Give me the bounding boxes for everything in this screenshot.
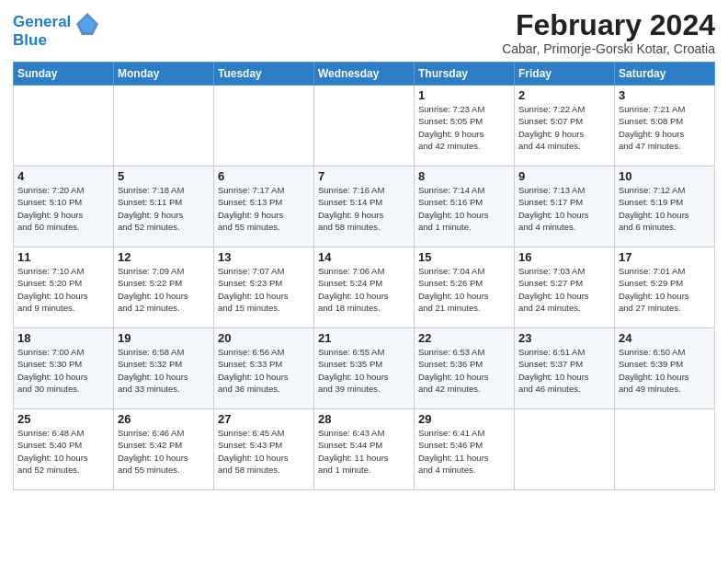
calendar-cell: 15Sunrise: 7:04 AM Sunset: 5:26 PM Dayli… (415, 247, 515, 328)
calendar-cell: 8Sunrise: 7:14 AM Sunset: 5:16 PM Daylig… (415, 167, 515, 247)
day-info: Sunrise: 7:10 AM Sunset: 5:20 PM Dayligh… (17, 265, 109, 314)
calendar-cell: 4Sunrise: 7:20 AM Sunset: 5:10 PM Daylig… (14, 167, 114, 247)
day-info: Sunrise: 7:21 AM Sunset: 5:08 PM Dayligh… (619, 103, 711, 152)
calendar-cell (114, 86, 214, 167)
calendar-cell: 24Sunrise: 6:50 AM Sunset: 5:39 PM Dayli… (615, 328, 715, 409)
day-info: Sunrise: 7:18 AM Sunset: 5:11 PM Dayligh… (118, 184, 210, 233)
weekday-header-thursday: Thursday (415, 63, 515, 86)
calendar-cell: 28Sunrise: 6:43 AM Sunset: 5:44 PM Dayli… (314, 409, 415, 490)
day-number: 25 (17, 412, 109, 426)
day-number: 23 (518, 331, 610, 345)
day-number: 19 (118, 331, 210, 345)
day-number: 22 (418, 331, 510, 345)
weekday-header-wednesday: Wednesday (314, 63, 415, 86)
day-number: 10 (619, 169, 711, 183)
day-number: 12 (118, 250, 210, 264)
day-number: 17 (619, 250, 711, 264)
day-number: 13 (218, 250, 310, 264)
title-block: February 2024 Cabar, Primorje-Gorski Kot… (502, 9, 715, 56)
logo-line1: General (13, 13, 71, 30)
calendar-cell (314, 86, 415, 167)
calendar-cell: 2Sunrise: 7:22 AM Sunset: 5:07 PM Daylig… (515, 86, 615, 167)
weekday-header-monday: Monday (114, 63, 214, 86)
calendar-body: 1Sunrise: 7:23 AM Sunset: 5:05 PM Daylig… (14, 86, 715, 490)
day-info: Sunrise: 6:56 AM Sunset: 5:33 PM Dayligh… (218, 346, 310, 395)
day-number: 14 (318, 250, 410, 264)
day-info: Sunrise: 7:22 AM Sunset: 5:07 PM Dayligh… (518, 103, 610, 152)
logo-icon (74, 11, 100, 37)
day-number: 16 (518, 250, 610, 264)
day-number: 4 (17, 169, 109, 183)
calendar-cell: 27Sunrise: 6:45 AM Sunset: 5:43 PM Dayli… (214, 409, 314, 490)
day-info: Sunrise: 6:58 AM Sunset: 5:32 PM Dayligh… (118, 346, 210, 395)
day-info: Sunrise: 7:14 AM Sunset: 5:16 PM Dayligh… (418, 184, 510, 233)
calendar-week-row: 11Sunrise: 7:10 AM Sunset: 5:20 PM Dayli… (14, 247, 715, 328)
calendar-cell: 6Sunrise: 7:17 AM Sunset: 5:13 PM Daylig… (214, 167, 314, 247)
logo-line2: Blue (13, 31, 47, 49)
day-number: 15 (418, 250, 510, 264)
main-title: February 2024 (502, 9, 715, 41)
calendar-week-row: 25Sunrise: 6:48 AM Sunset: 5:40 PM Dayli… (14, 409, 715, 490)
calendar-week-row: 4Sunrise: 7:20 AM Sunset: 5:10 PM Daylig… (14, 167, 715, 247)
day-info: Sunrise: 6:50 AM Sunset: 5:39 PM Dayligh… (619, 346, 711, 395)
calendar-cell: 18Sunrise: 7:00 AM Sunset: 5:30 PM Dayli… (14, 328, 114, 409)
day-number: 20 (218, 331, 310, 345)
calendar-cell: 11Sunrise: 7:10 AM Sunset: 5:20 PM Dayli… (14, 247, 114, 328)
page: General Blue February 2024 Cabar, Primor… (0, 0, 728, 498)
day-info: Sunrise: 7:23 AM Sunset: 5:05 PM Dayligh… (418, 103, 510, 152)
calendar-cell: 10Sunrise: 7:12 AM Sunset: 5:19 PM Dayli… (615, 167, 715, 247)
logo-text: General Blue (13, 13, 71, 49)
day-number: 26 (118, 412, 210, 426)
day-info: Sunrise: 7:17 AM Sunset: 5:13 PM Dayligh… (218, 184, 310, 233)
calendar-cell (214, 86, 314, 167)
calendar-cell: 13Sunrise: 7:07 AM Sunset: 5:23 PM Dayli… (214, 247, 314, 328)
weekday-header-sunday: Sunday (14, 63, 114, 86)
calendar-cell: 16Sunrise: 7:03 AM Sunset: 5:27 PM Dayli… (515, 247, 615, 328)
calendar-cell: 22Sunrise: 6:53 AM Sunset: 5:36 PM Dayli… (415, 328, 515, 409)
day-info: Sunrise: 7:09 AM Sunset: 5:22 PM Dayligh… (118, 265, 210, 314)
day-info: Sunrise: 6:51 AM Sunset: 5:37 PM Dayligh… (518, 346, 610, 395)
calendar-cell: 9Sunrise: 7:13 AM Sunset: 5:17 PM Daylig… (515, 167, 615, 247)
day-info: Sunrise: 6:55 AM Sunset: 5:35 PM Dayligh… (318, 346, 410, 395)
weekday-header-tuesday: Tuesday (214, 63, 314, 86)
day-info: Sunrise: 7:07 AM Sunset: 5:23 PM Dayligh… (218, 265, 310, 314)
day-number: 1 (418, 88, 510, 102)
calendar-cell: 17Sunrise: 7:01 AM Sunset: 5:29 PM Dayli… (615, 247, 715, 328)
subtitle: Cabar, Primorje-Gorski Kotar, Croatia (502, 41, 715, 56)
day-info: Sunrise: 6:48 AM Sunset: 5:40 PM Dayligh… (17, 427, 109, 476)
day-number: 2 (518, 88, 610, 102)
day-info: Sunrise: 7:03 AM Sunset: 5:27 PM Dayligh… (518, 265, 610, 314)
day-info: Sunrise: 7:20 AM Sunset: 5:10 PM Dayligh… (17, 184, 109, 233)
day-info: Sunrise: 6:46 AM Sunset: 5:42 PM Dayligh… (118, 427, 210, 476)
day-number: 6 (218, 169, 310, 183)
calendar-cell: 25Sunrise: 6:48 AM Sunset: 5:40 PM Dayli… (14, 409, 114, 490)
day-info: Sunrise: 7:16 AM Sunset: 5:14 PM Dayligh… (318, 184, 410, 233)
calendar-cell: 5Sunrise: 7:18 AM Sunset: 5:11 PM Daylig… (114, 167, 214, 247)
calendar-header: SundayMondayTuesdayWednesdayThursdayFrid… (14, 63, 715, 86)
calendar-cell: 1Sunrise: 7:23 AM Sunset: 5:05 PM Daylig… (415, 86, 515, 167)
calendar-cell: 7Sunrise: 7:16 AM Sunset: 5:14 PM Daylig… (314, 167, 415, 247)
day-number: 9 (518, 169, 610, 183)
day-number: 21 (318, 331, 410, 345)
day-info: Sunrise: 7:04 AM Sunset: 5:26 PM Dayligh… (418, 265, 510, 314)
day-number: 7 (318, 169, 410, 183)
calendar-cell: 14Sunrise: 7:06 AM Sunset: 5:24 PM Dayli… (314, 247, 415, 328)
calendar-cell: 3Sunrise: 7:21 AM Sunset: 5:08 PM Daylig… (615, 86, 715, 167)
calendar-cell: 20Sunrise: 6:56 AM Sunset: 5:33 PM Dayli… (214, 328, 314, 409)
day-number: 29 (418, 412, 510, 426)
calendar-cell (14, 86, 114, 167)
calendar-cell: 26Sunrise: 6:46 AM Sunset: 5:42 PM Dayli… (114, 409, 214, 490)
day-info: Sunrise: 6:43 AM Sunset: 5:44 PM Dayligh… (318, 427, 410, 476)
day-number: 5 (118, 169, 210, 183)
calendar-cell: 19Sunrise: 6:58 AM Sunset: 5:32 PM Dayli… (114, 328, 214, 409)
day-number: 3 (619, 88, 711, 102)
calendar: SundayMondayTuesdayWednesdayThursdayFrid… (13, 62, 715, 490)
day-number: 27 (218, 412, 310, 426)
day-info: Sunrise: 6:53 AM Sunset: 5:36 PM Dayligh… (418, 346, 510, 395)
weekday-header-friday: Friday (515, 63, 615, 86)
day-number: 28 (318, 412, 410, 426)
weekday-header-saturday: Saturday (615, 63, 715, 86)
calendar-cell: 29Sunrise: 6:41 AM Sunset: 5:46 PM Dayli… (415, 409, 515, 490)
calendar-week-row: 18Sunrise: 7:00 AM Sunset: 5:30 PM Dayli… (14, 328, 715, 409)
day-info: Sunrise: 7:12 AM Sunset: 5:19 PM Dayligh… (619, 184, 711, 233)
